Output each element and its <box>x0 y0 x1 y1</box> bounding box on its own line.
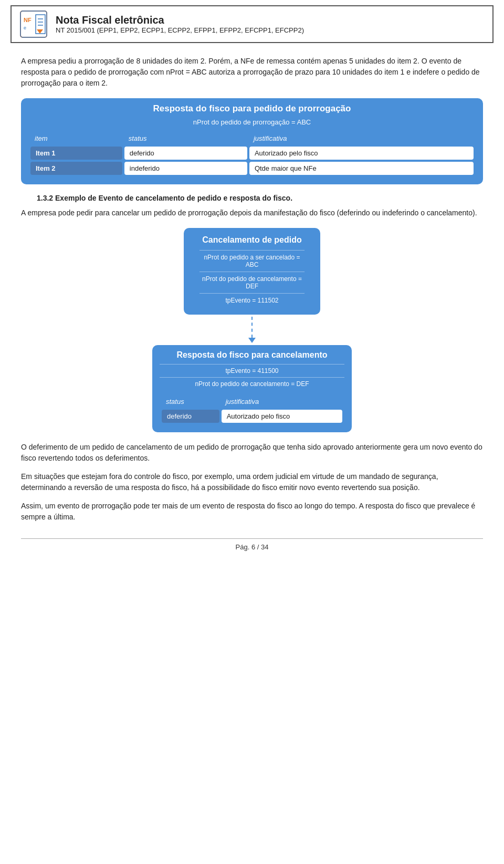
paragraph-1: A empresa pediu a prorrogação de 8 unida… <box>21 56 483 89</box>
cancel-col-status: status <box>162 395 219 408</box>
justificativa-cell: Autorizado pelo fisco <box>222 410 342 423</box>
resposta-cancel-box: Resposta do fisco para cancelamento tpEv… <box>152 345 352 432</box>
main-content: A empresa pediu a prorrogação de 8 unida… <box>0 43 504 523</box>
dashed-arrow <box>248 317 256 343</box>
cancelamento-pedido-title: Cancelamento de pedido <box>200 235 304 245</box>
table-row: Item 1deferidoAutorizado pelo fisco <box>30 147 474 160</box>
resposta-fisco-subtitle: nProt do pedido de prorrogação = ABC <box>28 118 476 126</box>
resposta-fisco-table: item status justificativa Item 1deferido… <box>28 130 476 177</box>
status-cell: indeferido <box>124 162 247 175</box>
paragraph-3: O deferimento de um pedido de cancelamen… <box>21 442 483 464</box>
dashed-line <box>251 317 253 338</box>
justificativa-cell: Autorizado pelo fisco <box>249 147 474 160</box>
footer-text: Pág. 6 / 34 <box>0 543 504 556</box>
cancelamento-row1: nProt do pedido a ser cancelado = ABC <box>200 250 304 272</box>
cancelamento-diagram-area: Cancelamento de pedido nProt do pedido a… <box>21 228 483 432</box>
arrow-down-icon <box>248 338 256 343</box>
cancel-col-justificativa: justificativa <box>222 395 342 408</box>
cancelamento-row2: nProt do pedido de cancelamento = DEF <box>200 272 304 293</box>
header-subtitle: NT 2015/001 (EPP1, EPP2, ECPP1, ECPP2, E… <box>56 26 304 34</box>
resposta-cancel-sub1: tpEvento = 411500 <box>160 364 344 377</box>
cancelamento-row3: tpEvento = 111502 <box>200 293 304 307</box>
header-text-block: Nota Fiscal eletrônica NT 2015/001 (EPP1… <box>56 14 304 34</box>
status-cell: deferido <box>162 410 219 423</box>
table-row: Item 2indeferidoQtde maior que NFe <box>30 162 474 175</box>
footer-line <box>21 538 483 539</box>
justificativa-cell: Qtde maior que NFe <box>249 162 474 175</box>
logo-icon: NF e <box>20 11 47 38</box>
svg-text:NF: NF <box>24 17 32 23</box>
page-header: NF e Nota Fiscal eletrônica NT 2015/001 … <box>10 5 494 43</box>
item-cell: Item 1 <box>30 147 122 160</box>
resposta-fisco-title: Resposta do fisco para pedido de prorrog… <box>28 103 476 114</box>
resposta-cancel-table: status justificativa deferidoAutorizado … <box>160 393 344 425</box>
status-cell: deferido <box>124 147 247 160</box>
col-header-justificativa: justificativa <box>249 132 474 144</box>
section-heading-132: 1.3.2 Exemplo de Evento de cancelamento … <box>37 194 483 202</box>
col-header-status: status <box>124 132 247 144</box>
paragraph-4: Em situações que estejam fora do control… <box>21 471 483 493</box>
resposta-fisco-diagram: Resposta do fisco para pedido de prorrog… <box>21 98 483 184</box>
svg-text:e: e <box>24 25 26 30</box>
header-title: Nota Fiscal eletrônica <box>56 14 304 26</box>
col-header-item: item <box>30 132 122 144</box>
paragraph-2: A empresa pode pedir para cancelar um pe… <box>21 207 483 218</box>
item-cell: Item 2 <box>30 162 122 175</box>
cancelamento-pedido-box: Cancelamento de pedido nProt do pedido a… <box>184 228 320 315</box>
paragraph-5: Assim, um evento de prorrogação pode ter… <box>21 501 483 523</box>
resposta-cancel-title: Resposta do fisco para cancelamento <box>160 350 344 360</box>
resposta-cancel-sub2: nProt do pedido de cancelamento = DEF <box>160 377 344 390</box>
table-row: deferidoAutorizado pelo fisco <box>162 410 342 423</box>
